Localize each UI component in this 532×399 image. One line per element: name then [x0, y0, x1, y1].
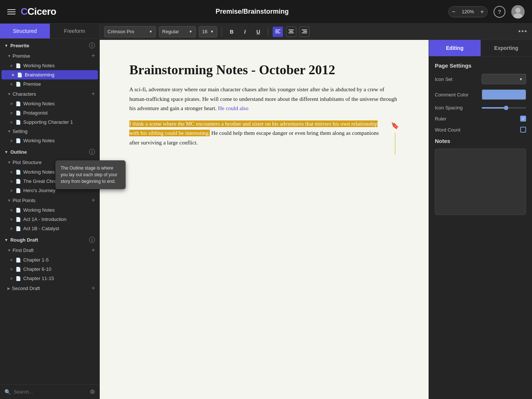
group-header-characters[interactable]: ▼ Characters + — [0, 89, 99, 99]
section-rough-draft[interactable]: ▼ Rough Draft i — [0, 233, 99, 245]
group-header-plot-points[interactable]: ▼ Plot Points + — [0, 195, 99, 205]
tab-structured[interactable]: Structured — [0, 24, 50, 38]
link-he-could-also[interactable]: He could also — [218, 105, 248, 111]
add-item-button[interactable]: + — [92, 197, 95, 204]
chevron-down-icon: ▼ — [149, 30, 153, 34]
chevron-icon: ▼ — [7, 54, 11, 58]
tab-freeform[interactable]: Freeform — [50, 24, 100, 38]
ruler-row: Ruler — [435, 116, 526, 122]
leaf-chapter-11-15[interactable]: 📄 Chapter 11-15 — [0, 274, 99, 283]
word-count-checkbox[interactable] — [520, 127, 526, 133]
leaf-act1a[interactable]: 📄 Act 1A - Introduction — [0, 215, 99, 224]
icon-set-select[interactable]: ▼ — [482, 74, 526, 84]
underline-button[interactable]: U — [253, 27, 263, 37]
word-count-control — [520, 127, 526, 133]
leaf-working-notes-points[interactable]: 📄 Working Notes — [0, 205, 99, 215]
svg-rect-7 — [289, 31, 293, 32]
tab-exporting[interactable]: Exporting — [481, 40, 532, 56]
file-icon: 📄 — [16, 258, 21, 263]
sidebar-tabs: Structured Freeform — [0, 24, 99, 39]
file-icon: 📄 — [16, 170, 21, 175]
svg-rect-4 — [275, 31, 279, 32]
dot-icon — [10, 180, 13, 183]
font-style-select[interactable]: Regular ▼ — [159, 26, 196, 37]
dot-icon — [10, 103, 13, 105]
dot-icon — [10, 112, 13, 114]
align-center-button[interactable] — [286, 27, 296, 37]
leaf-chapter-6-10[interactable]: 📄 Chapter 6-10 — [0, 265, 99, 274]
svg-rect-11 — [302, 33, 307, 33]
file-icon-purple: 📄 — [16, 276, 21, 281]
leaf-premise[interactable]: 📄 Premise — [0, 79, 99, 89]
bold-button[interactable]: B — [226, 27, 237, 37]
add-item-button[interactable]: + — [92, 285, 95, 291]
ruler-checkbox[interactable] — [520, 116, 526, 122]
file-icon: 📄 — [16, 226, 21, 231]
document-editor[interactable]: Brainstorming Notes - October 2012 A sci… — [100, 40, 429, 399]
tab-editing[interactable]: Editing — [429, 40, 481, 56]
info-icon[interactable]: i — [89, 42, 95, 48]
icon-spacing-row: Icon Spacing — [435, 105, 526, 110]
chevron-down-icon: ▼ — [519, 77, 523, 81]
italic-button[interactable]: I — [240, 27, 250, 37]
dot-icon — [10, 268, 13, 270]
add-item-button[interactable]: + — [92, 52, 95, 59]
more-options-button[interactable]: ••• — [518, 28, 528, 35]
leaf-protagonist[interactable]: 📄 Protagonist — [0, 108, 99, 117]
word-count-row: Word Count — [435, 127, 526, 133]
menu-button[interactable] — [7, 9, 16, 14]
document-body[interactable]: A sci-fi, adventure story where our main… — [129, 85, 399, 155]
info-icon[interactable]: i — [89, 237, 95, 243]
icon-set-row: Icon Set ▼ — [435, 74, 526, 84]
leaf-working-notes-chars[interactable]: 📄 Working Notes — [0, 99, 99, 108]
group-header-setting[interactable]: ▼ Setting — [0, 127, 99, 136]
section-outline[interactable]: ▼ Outline i — [0, 145, 99, 157]
group-header-second-draft[interactable]: ▶ Second Draft + — [0, 283, 99, 293]
slider-fill — [482, 107, 506, 109]
zoom-in-button[interactable]: + — [477, 7, 487, 17]
leaf-brainstorming[interactable]: 📄 Brainstorming — [1, 70, 98, 79]
zoom-control: − 120% + — [448, 6, 488, 17]
icon-set-control: ▼ — [482, 74, 526, 84]
chevron-icon: ▼ — [7, 198, 11, 202]
word-count-label: Word Count — [435, 127, 520, 133]
chevron-icon: ▼ — [7, 160, 11, 164]
chevron-down-icon: ▼ — [4, 238, 8, 242]
leaf-act1b[interactable]: 📄 Act 1B - Catalyst — [0, 224, 99, 233]
right-panel: Editing Exporting Page Settings Icon Set… — [429, 40, 532, 399]
icon-spacing-label: Icon Spacing — [435, 105, 482, 110]
font-size-select[interactable]: 16 ▼ — [199, 26, 217, 37]
right-panel-tabs: Editing Exporting — [429, 40, 532, 57]
notes-section-title: Notes — [435, 138, 526, 144]
align-right-button[interactable] — [299, 27, 310, 37]
zoom-value: 120% — [459, 7, 477, 17]
align-left-button[interactable] — [273, 27, 283, 37]
font-family-select[interactable]: Crimson Pro ▼ — [104, 26, 156, 37]
sidebar-footer: 🔍 ⚙ — [0, 384, 99, 399]
sidebar: Structured Freeform ▼ Prewrite i ▼ Premi… — [0, 24, 100, 399]
icon-spacing-slider[interactable] — [482, 107, 526, 109]
ruler-label: Ruler — [435, 116, 520, 122]
paragraph-1: A sci-fi, adventure story where our main… — [129, 85, 399, 113]
zoom-out-button[interactable]: − — [449, 7, 459, 17]
settings-icon[interactable]: ⚙ — [90, 388, 95, 395]
add-item-button[interactable]: + — [92, 91, 95, 97]
chevron-down-icon: ▼ — [4, 150, 8, 154]
group-header-first-draft[interactable]: ▼ First Draft + — [0, 245, 99, 255]
dot-icon — [10, 171, 13, 173]
section-prewrite[interactable]: ▼ Prewrite i — [0, 39, 99, 51]
add-item-button[interactable]: + — [92, 247, 95, 253]
help-button[interactable]: ? — [494, 6, 505, 18]
info-icon[interactable]: i — [89, 149, 95, 155]
bookmark-line — [395, 133, 395, 155]
comment-color-swatch[interactable] — [482, 89, 526, 100]
chevron-down-icon: ▼ — [210, 30, 214, 34]
leaf-working-notes-premise[interactable]: 📄 Working Notes — [0, 61, 99, 70]
leaf-chapter-1-5[interactable]: 📄 Chapter 1-5 — [0, 255, 99, 265]
leaf-working-notes-setting[interactable]: 📄 Working Notes — [0, 136, 99, 145]
document-title: Brainstorming Notes - October 2012 — [129, 62, 399, 78]
group-header-premise[interactable]: ▼ Premise + — [0, 51, 99, 61]
notes-area[interactable] — [435, 149, 526, 215]
leaf-supporting-char[interactable]: 📄 Supporting Character 1 — [0, 117, 99, 127]
search-input[interactable] — [14, 389, 90, 395]
